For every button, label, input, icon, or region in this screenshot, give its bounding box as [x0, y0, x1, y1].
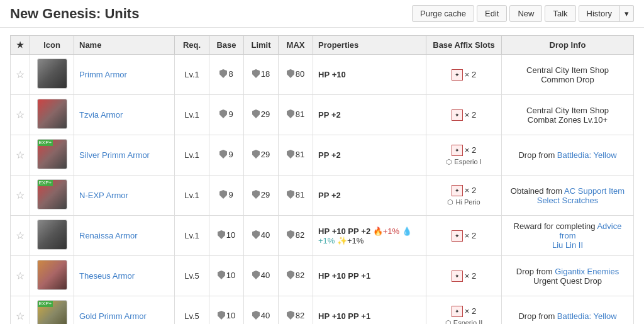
edit-button[interactable]: Edit: [477, 5, 507, 22]
drop-cell: Drop from Gigantix EnemiesUrgent Quest D…: [502, 256, 634, 296]
affix-extra-label: ⬡ Esperio I: [446, 158, 481, 166]
drop-link[interactable]: Select Scratches: [537, 196, 599, 205]
affix-extra-line: ⬡ Esperio II: [431, 319, 496, 325]
item-icon: [37, 59, 67, 89]
talk-button[interactable]: Talk: [545, 5, 575, 22]
req-cell: Lv.1: [175, 55, 209, 95]
item-icon: EXP+: [37, 179, 67, 209]
purge-cache-button[interactable]: Purge cache: [412, 5, 474, 22]
col-affix: Base Affix Slots: [426, 36, 502, 55]
star-toggle[interactable]: ☆: [16, 230, 25, 241]
icon-cell: [30, 256, 74, 296]
star-toggle[interactable]: ☆: [16, 271, 25, 281]
base-cell: 10: [209, 256, 244, 296]
drop-link[interactable]: Advice from: [560, 221, 622, 240]
table-row: ☆Tzvia ArmorLv.1 9 29 81PP +2✦ × 2Centra…: [11, 95, 634, 135]
history-group: History ▾: [579, 5, 634, 22]
main-content: ★ Icon Name Req. Base Limit MAX Properti…: [0, 28, 644, 324]
star-toggle[interactable]: ☆: [16, 190, 25, 201]
col-icon: Icon: [30, 36, 74, 55]
affix-count: × 2: [465, 70, 476, 79]
history-button[interactable]: History: [579, 5, 620, 22]
unit-name-link[interactable]: Tzvia Armor: [79, 110, 123, 120]
shield-value: 8: [219, 69, 233, 79]
table-row: ☆EXP+Silver Primm ArmorLv.1 9 29 81PP +2…: [11, 135, 634, 176]
limit-cell: 40: [244, 296, 279, 325]
affix-cell: ✦ × 2: [426, 216, 502, 256]
unit-name-link[interactable]: Renaissa Armor: [79, 231, 137, 240]
req-cell: Lv.5: [175, 256, 209, 296]
drop-link[interactable]: Liu Lin II: [552, 240, 583, 250]
table-body: ☆Primm ArmorLv.1 8 18 80HP +10✦ × 2Centr…: [11, 55, 634, 325]
name-cell: Theseus Armor: [74, 256, 175, 296]
affix-box: ✦: [452, 145, 463, 156]
shield-value: 40: [252, 271, 270, 280]
shield-value: 10: [218, 271, 235, 280]
name-cell: Tzvia Armor: [74, 95, 175, 135]
drop-link[interactable]: Battledia: Yellow: [557, 311, 617, 321]
affix-extra-line: ⬡ Hi Perio: [431, 198, 496, 206]
shield-value: 9: [219, 109, 233, 119]
unit-name-link[interactable]: N-EXP Armor: [79, 191, 128, 200]
prop-pp: PP +1: [348, 271, 370, 281]
unit-name-link[interactable]: Silver Primm Armor: [79, 150, 150, 160]
table-header: ★ Icon Name Req. Base Limit MAX Properti…: [11, 36, 634, 55]
star-toggle[interactable]: ☆: [16, 109, 25, 120]
new-button[interactable]: New: [509, 5, 542, 22]
table-row: ☆Primm ArmorLv.1 8 18 80HP +10✦ × 2Centr…: [11, 55, 634, 95]
history-dropdown-button[interactable]: ▾: [620, 5, 634, 22]
affix-count: × 2: [465, 306, 476, 316]
icon-cell: EXP+: [30, 135, 74, 176]
affix-cell: ✦ × 2: [426, 95, 502, 135]
icon-cell: EXP+: [30, 176, 74, 216]
affix-count: × 2: [465, 145, 476, 155]
affix-cell: ✦ × 2⬡ Esperio II: [426, 296, 502, 325]
star-toggle[interactable]: ☆: [16, 69, 25, 80]
drop-link[interactable]: Gigantix Enemies: [555, 267, 619, 276]
unit-name-link[interactable]: Primm Armor: [79, 70, 127, 79]
col-max: MAX: [279, 36, 313, 55]
affix-line: ✦ × 2: [431, 109, 496, 121]
star-toggle[interactable]: ☆: [16, 150, 25, 160]
star-cell: ☆: [11, 296, 30, 325]
name-cell: Renaissa Armor: [74, 216, 175, 256]
affix-line: ✦ × 2: [431, 69, 496, 81]
drop-link[interactable]: Battledia: Yellow: [557, 150, 617, 160]
max-cell: 82: [279, 256, 313, 296]
affix-box: ✦: [452, 69, 463, 81]
unit-name-link[interactable]: Gold Primm Armor: [79, 311, 147, 321]
max-cell: 81: [279, 135, 313, 176]
prop-hp: HP +10: [318, 271, 346, 281]
prop-pp: PP +2: [318, 191, 341, 200]
properties-cell: HP +10: [313, 55, 426, 95]
unit-name-link[interactable]: Theseus Armor: [79, 271, 135, 281]
affix-cell: ✦ × 2⬡ Hi Perio: [426, 176, 502, 216]
name-cell: Primm Armor: [74, 55, 175, 95]
drop-cell: Reward for completing Advice fromLiu Lin…: [502, 216, 634, 256]
prop-fire: 🔥+1%: [373, 226, 399, 236]
max-cell: 82: [279, 296, 313, 325]
prop-pp: PP +2: [318, 110, 341, 120]
limit-cell: 29: [244, 135, 279, 176]
col-limit: Limit: [244, 36, 279, 55]
affix-line: ✦ × 2: [431, 230, 496, 242]
drop-cell: Obtained from AC Support ItemSelect Scra…: [502, 176, 634, 216]
shield-value: 81: [287, 190, 304, 199]
req-cell: Lv.1: [175, 135, 209, 176]
prop-pp: PP +2: [318, 150, 341, 160]
star-cell: ☆: [11, 95, 30, 135]
properties-cell: HP +10 PP +1: [313, 256, 426, 296]
drop-link[interactable]: AC Support Item: [564, 186, 625, 196]
req-cell: Lv.1: [175, 176, 209, 216]
affix-extra-label: ⬡ Hi Perio: [447, 198, 480, 206]
base-cell: 10: [209, 296, 244, 325]
max-cell: 81: [279, 95, 313, 135]
shield-value: 80: [287, 69, 304, 79]
star-toggle[interactable]: ☆: [16, 311, 25, 321]
affix-extra-label: ⬡ Esperio II: [445, 319, 483, 325]
shield-value: 82: [287, 271, 304, 280]
affix-extra-line: ⬡ Esperio I: [431, 158, 496, 166]
base-cell: 10: [209, 216, 244, 256]
shield-value: 82: [287, 230, 304, 240]
properties-cell: PP +2: [313, 95, 426, 135]
